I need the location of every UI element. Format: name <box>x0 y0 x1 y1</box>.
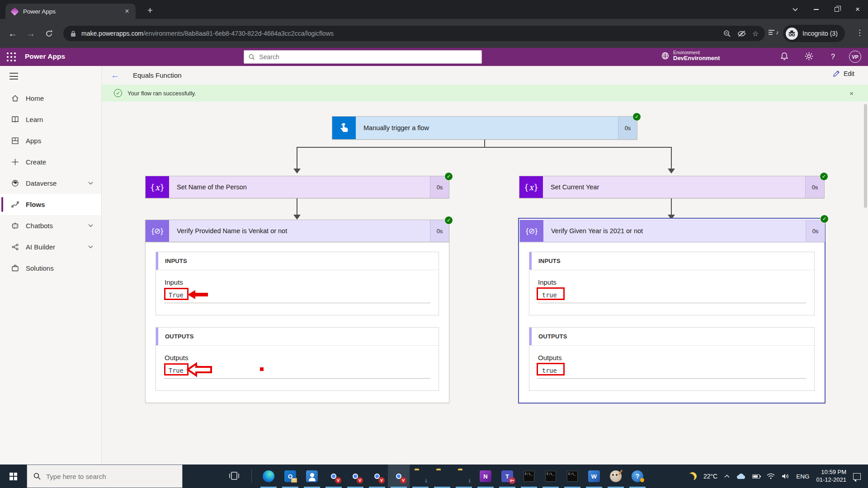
zoom-out-icon[interactable] <box>723 30 731 38</box>
connector-line <box>297 147 297 169</box>
back-arrow-icon[interactable]: ← <box>111 70 119 80</box>
address-bar[interactable]: make.powerapps.com/environments/8ab8aa81… <box>63 26 765 41</box>
taskbar-chrome-icon[interactable]: V <box>323 465 344 488</box>
sidebar-item-home[interactable]: Home <box>0 88 101 109</box>
hamburger-menu-icon[interactable] <box>9 73 18 80</box>
taskbar-folder-download-icon[interactable]: ↓ <box>410 465 431 488</box>
sidebar-item-label: Create <box>26 158 46 166</box>
variable-icon: {x} <box>519 176 543 198</box>
incognito-spy-icon <box>786 28 798 40</box>
sidebar-item-label: Flows <box>26 201 45 208</box>
taskbar-edge-icon[interactable] <box>258 465 279 488</box>
language-indicator[interactable]: ENG <box>796 473 809 480</box>
window-minimize-button[interactable] <box>806 0 826 19</box>
task-view-icon[interactable] <box>228 470 240 482</box>
waffle-menu-icon[interactable] <box>7 52 16 62</box>
pencil-icon <box>833 70 840 77</box>
taskbar-terminal-icon[interactable]: C:\_ <box>561 465 583 488</box>
taskbar-chrome-active-icon[interactable]: V <box>388 465 410 488</box>
window-restore-button[interactable] <box>826 0 847 19</box>
sidebar-item-apps[interactable]: Apps <box>0 130 101 151</box>
taskbar-gimp-icon[interactable] <box>605 465 627 488</box>
forward-button[interactable]: → <box>22 28 40 39</box>
sidebar-item-learn[interactable]: Learn <box>0 109 101 130</box>
sidebar-item-ai-builder[interactable]: AI Builder <box>0 236 101 258</box>
taskbar-search-input[interactable] <box>46 473 168 480</box>
action-center-icon[interactable] <box>853 473 861 480</box>
eye-hidden-icon[interactable] <box>737 30 746 37</box>
banner-close-icon[interactable]: × <box>849 89 854 97</box>
taskbar-word-icon[interactable]: W <box>583 465 605 488</box>
tray-chevron-up-icon[interactable] <box>724 474 730 478</box>
node-verify-name[interactable]: {⊘} Verify Provided Name is Venkat or no… <box>145 220 449 242</box>
node-manually-trigger-flow[interactable]: Manually trigger a flow 0s ✓ <box>332 116 637 140</box>
sidebar-nav: Home Learn Apps Create Dataverse Flo <box>0 88 101 279</box>
outputs-label: Outputs <box>538 354 806 361</box>
taskbar-teams-icon[interactable]: T9+ <box>496 465 518 488</box>
settings-gear-icon[interactable] <box>805 52 813 61</box>
taskbar-onenote-icon[interactable]: N <box>475 465 496 488</box>
taskbar-get-help-icon[interactable]: ? <box>627 465 648 488</box>
outputs-value-row: true <box>538 365 806 379</box>
tab-search-chevron-icon[interactable] <box>785 0 806 19</box>
taskbar-folder-icon[interactable] <box>431 465 453 488</box>
dataverse-icon <box>11 179 19 187</box>
help-icon[interactable]: ? <box>831 53 835 61</box>
battery-icon[interactable] <box>752 474 760 479</box>
taskbar-people-icon[interactable] <box>301 465 323 488</box>
manual-trigger-icon <box>332 117 356 139</box>
app-brand[interactable]: Power Apps <box>25 52 65 61</box>
app-search-input[interactable] <box>259 53 477 61</box>
taskbar-folder-download-icon[interactable]: ↓ <box>453 465 475 488</box>
browser-menu-icon[interactable]: ⋮ <box>856 28 863 38</box>
notifications-bell-icon[interactable] <box>780 52 788 61</box>
node-title: Verify Provided Name is Venkat or not <box>169 220 430 242</box>
avatar[interactable]: VP <box>849 51 861 63</box>
back-button[interactable]: ← <box>4 28 22 39</box>
node-verify-year[interactable]: {⊘} Verify Given Year is 2021 or not 0s <box>519 220 825 242</box>
taskbar-outlook-icon[interactable]: O <box>279 465 301 488</box>
browser-tab[interactable]: Power Apps × <box>5 4 136 19</box>
app-search-box[interactable] <box>244 50 482 64</box>
new-tab-button[interactable]: + <box>144 5 156 17</box>
node-duration: 0s <box>806 220 825 242</box>
flow-canvas: Manually trigger a flow 0s ✓ {x} Set Nam… <box>102 102 868 465</box>
plus-icon <box>11 158 19 166</box>
weather-temperature[interactable]: 22°C <box>703 473 717 480</box>
solutions-icon <box>11 264 19 272</box>
sidebar-item-flows[interactable]: Flows <box>0 194 101 215</box>
clock-time: 10:59 PM <box>816 469 847 476</box>
environment-picker[interactable]: Environment DevEnvironment <box>661 50 720 62</box>
media-controls-icon[interactable]: ♪ <box>769 29 779 36</box>
bookmark-star-icon[interactable]: ☆ <box>752 29 759 38</box>
flow-title-bar: ← Equals Function Edit <box>102 66 868 84</box>
weather-moon-icon[interactable] <box>689 472 697 480</box>
taskbar-search[interactable] <box>27 465 183 488</box>
node-set-name-of-person[interactable]: {x} Set Name of the Person 0s ✓ <box>145 176 449 198</box>
start-button[interactable] <box>0 465 27 488</box>
taskbar-terminal-icon[interactable]: C:\_ <box>540 465 561 488</box>
window-close-button[interactable]: × <box>847 0 868 19</box>
node-set-current-year[interactable]: {x} Set Current Year 0s ✓ <box>519 176 825 198</box>
taskbar-terminal-icon[interactable]: C:\_ <box>518 465 540 488</box>
speaker-icon[interactable] <box>782 473 789 479</box>
tab-close-icon[interactable]: × <box>123 7 131 15</box>
edit-button[interactable]: Edit <box>833 70 854 77</box>
sidebar-item-create[interactable]: Create <box>0 151 101 173</box>
taskbar-chrome-icon[interactable]: V <box>344 465 366 488</box>
wifi-icon[interactable] <box>767 473 775 479</box>
incognito-badge[interactable]: Incognito (3) <box>783 25 845 42</box>
sidebar-item-chatbots[interactable]: Chatbots <box>0 215 101 236</box>
sidebar-item-label: Learn <box>26 116 43 123</box>
sidebar-item-solutions[interactable]: Solutions <box>0 258 101 279</box>
node-title: Verify Given Year is 2021 or not <box>543 220 806 242</box>
sidebar-item-dataverse[interactable]: Dataverse <box>0 173 101 194</box>
annotation-red-arrow-outline-icon <box>187 361 213 378</box>
onedrive-cloud-icon[interactable] <box>736 474 745 479</box>
reload-button[interactable] <box>40 30 58 38</box>
outputs-panel: OUTPUTS Outputs True <box>156 327 439 391</box>
taskbar-clock[interactable]: 10:59 PM 01-12-2021 <box>816 469 847 484</box>
taskbar-chrome-icon[interactable]: V <box>366 465 388 488</box>
scrollbar[interactable] <box>864 104 867 208</box>
search-icon <box>33 473 41 480</box>
